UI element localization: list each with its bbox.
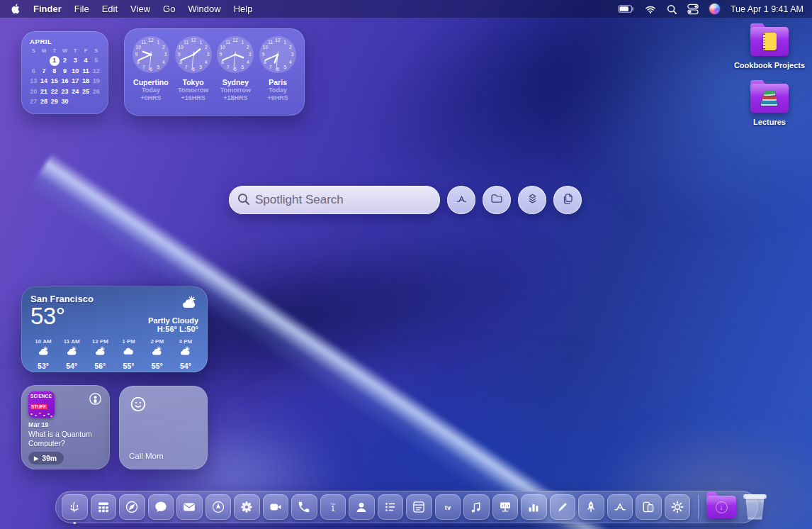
hour-temp: 54°: [66, 362, 77, 370]
control-center-icon[interactable]: [687, 4, 699, 15]
spotlight-filter-applications[interactable]: [447, 186, 475, 214]
dock-games[interactable]: [578, 494, 604, 520]
iphone-mirroring-icon: [636, 494, 662, 520]
weather-hour-3pm: 3 PM 54°: [173, 338, 198, 370]
app-menu-finder[interactable]: Finder: [33, 4, 62, 14]
dock-numbers[interactable]: [521, 494, 547, 520]
podcast-widget[interactable]: SCIENCE STUFF. Mar 19 What is a Quantum …: [21, 385, 110, 469]
dock-finder[interactable]: [62, 494, 88, 520]
cloudy-icon: [122, 345, 135, 361]
svg-text:6: 6: [192, 67, 195, 72]
apple-menu-icon[interactable]: [10, 4, 21, 14]
spotlight-filter-clipboard[interactable]: [553, 186, 582, 214]
svg-text:12: 12: [191, 38, 196, 43]
dock-system-settings[interactable]: [665, 494, 691, 520]
clock-city: Sydney: [222, 78, 249, 87]
desktop-folder-lectures[interactable]: Lectures: [750, 84, 789, 126]
dock-app-store[interactable]: [607, 494, 633, 520]
dock-mail[interactable]: [176, 494, 203, 520]
desktop-folder-cookbook[interactable]: Cookbook Projects: [734, 27, 805, 69]
dock-apps-grid[interactable]: [91, 494, 117, 520]
running-indicator: [74, 522, 77, 525]
svg-text:9: 9: [262, 52, 265, 57]
svg-text:3: 3: [206, 52, 209, 57]
world-clock-tokyo[interactable]: 123456789101112 Tokyo Tomorrow +16HRS: [173, 35, 214, 108]
world-clock-sydney[interactable]: 123456789101112 Sydney Tomorrow +18HRS: [215, 35, 256, 108]
menu-bar-clock[interactable]: Tue Apr 1 9:41 AM: [731, 4, 803, 14]
spotlight-filter-shortcuts[interactable]: [518, 186, 546, 214]
dock-notes[interactable]: [406, 494, 432, 520]
dock-maps[interactable]: [205, 494, 232, 520]
analog-clock-face: 123456789101112: [174, 35, 213, 77]
app-menu-go[interactable]: Go: [163, 4, 175, 14]
dock-safari[interactable]: [119, 494, 145, 520]
reminders-icon: [378, 494, 404, 520]
app-menu-help[interactable]: Help: [234, 4, 253, 14]
calendar-day-empty: [39, 56, 50, 66]
app-menu-file[interactable]: File: [74, 4, 89, 14]
calendar-day-empty: [28, 56, 39, 66]
podcast-play-button[interactable]: ▶ 39m: [28, 452, 64, 464]
notebook-icon: [763, 33, 777, 50]
weather-hour-1pm: 1 PM 55°: [116, 338, 142, 370]
dock-iphone-mirroring[interactable]: [636, 494, 662, 520]
dock-keynote[interactable]: [492, 494, 519, 520]
dock-calendar[interactable]: Tue1: [320, 494, 346, 520]
app-store-icon: [607, 494, 633, 520]
dock-trash[interactable]: [743, 494, 767, 520]
svg-text:10: 10: [135, 45, 141, 50]
notes-icon: [406, 494, 432, 520]
world-clock-widget[interactable]: 123456789101112 Cupertino Today +0HRS 12…: [124, 28, 305, 116]
calendar-day-6: 6: [28, 67, 39, 77]
app-menu-view[interactable]: View: [130, 4, 150, 14]
calendar-day-header: S: [28, 48, 39, 55]
hour-label: 1 PM: [122, 338, 135, 345]
dock-downloads-folder[interactable]: ↓: [706, 496, 736, 518]
app-menu-edit[interactable]: Edit: [102, 4, 118, 14]
spotlight-icon[interactable]: [667, 4, 677, 14]
app-menu-window[interactable]: Window: [188, 4, 220, 14]
applications-icon: [454, 191, 469, 209]
calendar-day-29: 29: [49, 97, 60, 107]
world-clock-paris[interactable]: 123456789101112 Paris Today +9HRS: [257, 35, 298, 108]
calendar-day-7: 7: [39, 67, 50, 77]
wifi-icon[interactable]: [645, 4, 656, 15]
call-mom-widget[interactable]: Call Mom: [119, 386, 208, 469]
dock-tv[interactable]: tv: [435, 494, 461, 520]
dock-reminders[interactable]: [378, 494, 404, 520]
calendar-day-empty: [91, 97, 101, 107]
calendar-widget[interactable]: APRIL SMTWTFS123456789101112131415161718…: [21, 31, 108, 114]
safari-icon: [119, 494, 145, 520]
svg-text:2: 2: [289, 45, 292, 50]
svg-text:1: 1: [242, 40, 244, 45]
dock-phone[interactable]: [291, 494, 317, 520]
hour-temp: 56°: [94, 362, 106, 370]
svg-text:5: 5: [157, 65, 159, 69]
weather-header: San Francisco 53° Partly Cloudy H:56° L:…: [30, 294, 198, 333]
svg-text:1: 1: [157, 40, 159, 45]
calendar-day-5: 5: [91, 56, 101, 66]
calendar-day-9: 9: [60, 67, 70, 77]
dock-pages[interactable]: [550, 494, 576, 520]
menu-bar-left: Finder FileEditViewGoWindowHelp: [10, 4, 252, 14]
dock-photos[interactable]: [234, 494, 260, 520]
dock-facetime[interactable]: [263, 494, 289, 520]
spotlight-bar: [229, 186, 582, 214]
spotlight-filters: [447, 186, 582, 214]
world-clock-cupertino[interactable]: 123456789101112 Cupertino Today +0HRS: [130, 35, 171, 108]
battery-icon[interactable]: [618, 1, 634, 17]
calendar-day-15: 15: [49, 77, 60, 87]
dock-music[interactable]: [463, 494, 490, 520]
svg-text:2: 2: [162, 45, 165, 50]
partly-cloudy-icon: [37, 345, 50, 361]
svg-text:9: 9: [220, 52, 222, 57]
calendar-day-14: 14: [39, 77, 50, 87]
spotlight-search-input[interactable]: [255, 193, 432, 207]
spotlight-filter-files[interactable]: [483, 186, 511, 214]
siri-icon[interactable]: [709, 4, 720, 14]
spotlight-search-pill[interactable]: [229, 186, 440, 214]
weather-widget[interactable]: San Francisco 53° Partly Cloudy H:56° L:…: [21, 286, 208, 372]
dock-messages[interactable]: [148, 494, 174, 520]
dock-contacts[interactable]: [349, 494, 375, 520]
search-icon: [237, 193, 249, 208]
